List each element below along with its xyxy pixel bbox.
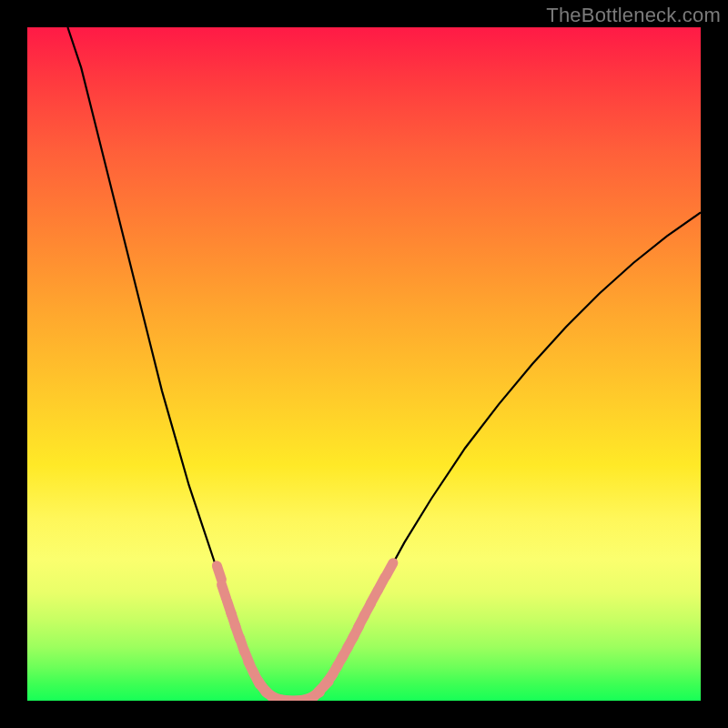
bottleneck-curve [67, 27, 701, 701]
chart-outer-frame: TheBottleneck.com [0, 0, 728, 728]
data-marker [386, 563, 393, 576]
watermark-text: TheBottleneck.com [546, 4, 721, 27]
marker-group [217, 563, 393, 701]
chart-svg-layer [27, 27, 701, 701]
chart-plot-area [27, 27, 701, 701]
data-marker [217, 566, 221, 580]
